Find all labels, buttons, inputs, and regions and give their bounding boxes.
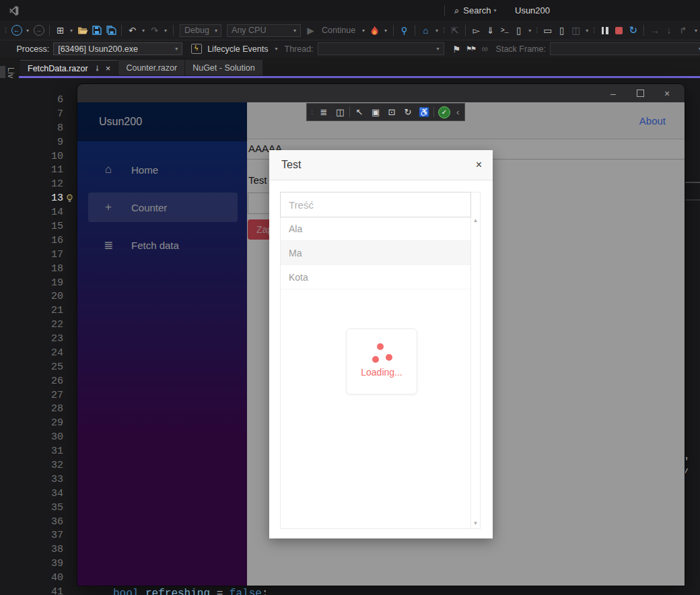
new-project-button[interactable]: ⊞ [53, 23, 67, 38]
line-number: 8 [19, 123, 63, 136]
menu-bar: ⌕ Search ▾ Usun200 [0, 0, 700, 21]
menu-item[interactable] [39, 5, 53, 15]
minimize-button[interactable]: – [600, 84, 627, 102]
toolbar-grip[interactable]: ⁞ [5, 26, 7, 34]
toolbar-separator [121, 25, 122, 36]
hot-reload-flame-icon[interactable] [368, 23, 382, 38]
list-item-ma[interactable]: Ma [281, 241, 470, 265]
app-window-titlebar[interactable]: – × [77, 84, 685, 102]
remote-monitor-button[interactable]: ▭ [540, 23, 555, 38]
menu-item[interactable] [174, 5, 187, 15]
lifecycle-caret-icon[interactable]: ▾ [273, 42, 281, 57]
line-number: 31 [19, 446, 63, 459]
navigate-back-button[interactable]: ← [9, 23, 24, 38]
toolbar-grip[interactable]: ⁞ [443, 26, 446, 34]
open-file-button[interactable] [75, 23, 90, 38]
loading-dot [386, 354, 392, 361]
line-number: 9 [19, 137, 63, 150]
screenshot-button[interactable]: ◫ [332, 105, 348, 119]
modal-listbox: Treść Ala Ma Kota [280, 192, 481, 529]
save-button[interactable] [90, 23, 104, 38]
device-screen-button[interactable]: ▯ [555, 23, 569, 38]
package-manager-button: ◫ [569, 23, 583, 38]
redo-button: ↷ [147, 23, 162, 38]
display-adorners-button[interactable]: ▣ [368, 105, 384, 119]
status-check-icon[interactable]: ✓ [435, 105, 453, 119]
tab-nuget-solution[interactable]: NuGet - Solution ⊸ × [185, 60, 262, 75]
close-button[interactable]: × [654, 84, 680, 102]
process-label: Process: [17, 44, 50, 54]
hot-reload-indicator-button[interactable]: ↻ [400, 105, 416, 119]
scroll-down-icon[interactable]: ▼ [473, 520, 479, 526]
tab-fetchdata-razor[interactable]: FetchData.razor ⊸ × [20, 60, 118, 76]
flagged-threads-icon[interactable]: ⚑⚑ [464, 42, 478, 57]
track-focused-element-button[interactable]: ⊡ [384, 105, 400, 119]
toolbar-grip[interactable]: ⁞ [593, 26, 596, 34]
undo-caret-icon[interactable]: ▾ [139, 23, 147, 38]
editor-right-divider [685, 199, 700, 201]
stop-debugging-button[interactable] [612, 23, 626, 38]
collapse-toolbar-button[interactable]: ‹ [453, 105, 462, 119]
stack-frame-dropdown: ▾ [550, 42, 700, 55]
scroll-up-icon[interactable]: ▲ [473, 217, 479, 223]
line-number: 34 [19, 488, 63, 501]
tab-counter-razor[interactable]: Counter.razor ⊸ × [118, 60, 184, 75]
browser-link-button[interactable]: ⌂ [419, 23, 433, 38]
device-log-button[interactable]: ▯ [512, 23, 526, 38]
document-tab-strip: FetchData.razor ⊸ × Counter.razor ⊸ × Nu… [0, 57, 700, 78]
navigate-back-caret-icon[interactable]: ▾ [24, 23, 32, 38]
live-visual-tree-button[interactable]: ≣ [316, 105, 332, 119]
menu-item[interactable] [106, 5, 120, 15]
hot-reload-caret-icon[interactable]: ▾ [382, 23, 390, 38]
lightbulb-icon[interactable] [65, 194, 74, 203]
menu-item[interactable] [26, 5, 39, 15]
modal-header: Test × [269, 150, 493, 180]
save-all-button[interactable] [104, 23, 118, 38]
line-number: 26 [19, 376, 63, 389]
menu-item[interactable] [160, 5, 174, 15]
line-number: 22 [19, 319, 63, 332]
menu-item[interactable] [93, 5, 106, 15]
undo-button[interactable]: ↶ [125, 23, 139, 38]
step-into-button: ↓ [662, 23, 676, 38]
line-number: 15 [19, 221, 63, 234]
menu-item[interactable] [79, 5, 93, 15]
close-tab-icon[interactable]: × [106, 63, 111, 73]
solution-configuration-dropdown: Debug▾ [180, 24, 221, 37]
pin-tab-icon[interactable]: ⊸ [93, 65, 102, 71]
lifecycle-events-button[interactable]: Lifecycle Events [207, 44, 268, 54]
select-element-button[interactable]: ↖ [351, 105, 368, 119]
menu-item[interactable] [53, 5, 66, 15]
list-item-ala[interactable]: Ala [281, 217, 470, 241]
flag-thread-icon[interactable]: ⚑ [450, 42, 464, 57]
line-number: 41 [19, 586, 63, 595]
find-in-files-button[interactable]: ⚲ [397, 23, 411, 38]
content-text-input[interactable]: Treść [280, 192, 471, 217]
list-scrollbar[interactable]: ▲ ▼ [470, 193, 480, 528]
menu-item[interactable] [120, 5, 133, 15]
menu-item[interactable] [66, 5, 79, 15]
deploy-device-button[interactable]: ▻ [469, 23, 483, 38]
menu-item[interactable] [147, 5, 160, 15]
toolbar-overflow-button[interactable]: ▾ [692, 23, 700, 38]
restart-button[interactable]: ↻ [626, 23, 640, 38]
toolbar-grip[interactable]: ⁞ [536, 26, 538, 34]
process-dropdown[interactable]: [63496] Usun200.exe▾ [53, 42, 182, 55]
modal-title: Test [281, 159, 301, 171]
toolbar-grip[interactable]: ⁞ [311, 108, 314, 116]
modal-close-icon[interactable]: × [476, 159, 482, 171]
install-package-button[interactable]: ⇓ [483, 23, 497, 38]
menu-item[interactable] [133, 5, 147, 15]
accessibility-checker-button[interactable]: ♿ [416, 105, 432, 119]
search-control[interactable]: ⌕ Search ▾ [444, 0, 499, 21]
device-caret-icon[interactable]: ▾ [526, 23, 534, 38]
browser-link-caret-icon[interactable]: ▾ [433, 23, 441, 38]
maximize-button[interactable] [627, 84, 654, 102]
search-icon: ⌕ [454, 5, 459, 16]
lifecycle-events-icon[interactable]: ϟ [189, 42, 203, 57]
list-item-kota[interactable]: Kota [281, 265, 470, 289]
new-project-caret-icon[interactable]: ▾ [67, 23, 75, 38]
terminal-button[interactable]: >_ [497, 23, 512, 38]
break-all-button[interactable] [598, 23, 612, 38]
code-line-41[interactable]: bool refreshing = false; [113, 588, 268, 595]
